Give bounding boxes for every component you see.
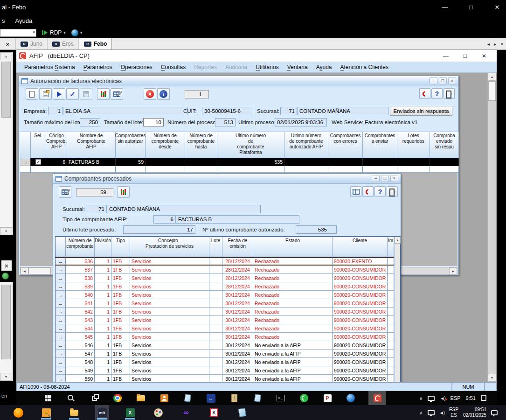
scroll-up-icon[interactable]: ▴ — [0, 52, 12, 60]
help-button[interactable] — [431, 88, 443, 99]
help-button[interactable] — [374, 186, 386, 197]
organize-button[interactable] — [97, 88, 110, 100]
support-tool-icon[interactable] — [39, 405, 53, 420]
mdi-vertical-scrollbar[interactable]: ▴ ▾ — [487, 73, 496, 382]
afip-close-button[interactable]: ✕ — [482, 53, 486, 59]
invoice-row-545[interactable]: 54511FBServicios30/12/2024Rechazado90002… — [55, 333, 400, 341]
support-phone-button[interactable] — [362, 186, 374, 197]
win2-close-button[interactable] — [390, 175, 398, 182]
afip-app-icon[interactable] — [368, 391, 386, 405]
tray-expand-icon[interactable] — [419, 410, 423, 415]
scrollbar-thumb[interactable] — [28, 267, 51, 274]
file-explorer-icon[interactable] — [135, 391, 146, 405]
rdp-protocol-label[interactable]: RDP — [50, 29, 62, 36]
info-button[interactable] — [157, 88, 170, 100]
invoice-row-543[interactable]: 54311FBServicios30/12/2024Rechazado90002… — [55, 316, 400, 324]
chrome-icon[interactable] — [112, 391, 123, 405]
afip-minimize-button[interactable]: — — [443, 53, 449, 59]
pervasive-icon[interactable] — [322, 391, 333, 405]
invoice-row-548[interactable]: 54811FBServicios30/12/2024No enviado a l… — [55, 358, 400, 366]
menu-operaciones[interactable]: Operaciones — [117, 64, 157, 70]
notes-2-icon[interactable] — [252, 391, 263, 405]
clock[interactable]: 9:51 — [466, 395, 476, 401]
scrollbar-thumb[interactable] — [1, 62, 11, 118]
clock[interactable]: 09:51 02/01/2025 — [463, 407, 486, 419]
host-maximize-button[interactable]: □ — [466, 4, 476, 11]
win1-maximize-button[interactable] — [439, 77, 447, 84]
win2-vertical-scrollbar[interactable]: ▴ — [394, 237, 400, 382]
win2-minimize-button[interactable] — [372, 175, 380, 182]
invoice-row-536[interactable]: 53611FBServicios28/12/2024Rechazado90003… — [55, 257, 400, 266]
save-button[interactable] — [80, 88, 92, 100]
menu-parametros[interactable]: Parámetros — [79, 64, 117, 70]
organize-button[interactable] — [117, 186, 130, 198]
action-center-icon[interactable] — [481, 395, 486, 401]
scroll-down-icon[interactable]: ▾ — [0, 373, 12, 381]
exit-button[interactable] — [444, 88, 455, 99]
menu-utilitarios[interactable]: Utilitarios — [251, 64, 283, 70]
paint-icon[interactable] — [151, 405, 165, 420]
tab-close-all-icon[interactable]: × — [500, 42, 503, 47]
invoice-row-550[interactable]: 55011FBServicios30/12/2024No enviado a l… — [55, 375, 400, 382]
win2-maximize-button[interactable] — [381, 175, 389, 182]
invoice-row-549[interactable]: 54911FBServicios30/12/2024No enviado a l… — [55, 366, 400, 375]
search-icon[interactable] — [65, 391, 76, 405]
menu-ventana[interactable]: Ventana — [283, 64, 312, 70]
tab-scroll-left-icon[interactable]: ◂ — [487, 42, 490, 47]
volume-icon[interactable] — [439, 410, 444, 415]
task-view-icon[interactable] — [89, 391, 100, 405]
win1-titlebar[interactable]: Autorización de facturas electrónicas — [19, 76, 458, 86]
host-titlebar[interactable]: al - Febo — □ ✕ — [0, 0, 506, 14]
host-menu-ayuda[interactable]: Ayuda — [14, 17, 33, 24]
start-icon[interactable] — [42, 391, 53, 405]
edge-icon[interactable] — [345, 391, 356, 405]
tab-juno[interactable]: Juno — [16, 38, 48, 49]
scroll-up-icon[interactable]: ▴ — [488, 73, 496, 81]
confirm-button[interactable] — [66, 88, 79, 100]
excel-icon[interactable] — [123, 405, 137, 420]
afip-restore-button[interactable]: □ — [464, 53, 467, 59]
kmplayer-icon[interactable] — [207, 405, 221, 420]
cmd-icon[interactable] — [275, 391, 286, 405]
tab-eros[interactable]: Eros — [48, 38, 79, 49]
tab-scroll-right-icon[interactable]: ▸ — [494, 42, 496, 47]
scroll-down-icon[interactable]: ▾ — [0, 227, 12, 235]
scrollbar-thumb[interactable] — [1, 285, 11, 359]
scroll-right-icon[interactable]: ▸ — [449, 267, 457, 274]
properties-button[interactable] — [39, 88, 52, 100]
selection-checkbox[interactable] — [35, 159, 41, 165]
host-side-scrollbar-2[interactable]: ▾ — [0, 282, 13, 381]
connection-dropdown[interactable] — [0, 29, 36, 37]
rdp-dropdown-arrow[interactable]: ▾ — [63, 30, 66, 35]
grid-edit-button[interactable] — [111, 88, 123, 100]
afip-titlebar[interactable]: AFIP (dbELDIA - CP) — □ ✕ — [16, 50, 497, 62]
scroll-up-icon[interactable]: ▴ — [395, 237, 401, 244]
win1-close-button[interactable] — [448, 77, 456, 84]
invoice-row-541[interactable]: 54111FBServicios30/12/2024Rechazado90002… — [55, 299, 400, 308]
whatsapp-icon[interactable] — [298, 391, 310, 405]
grid-edit-button[interactable] — [59, 186, 71, 198]
invoice-row-539[interactable]: 53911FBServicios28/12/2024Rechazado90002… — [55, 282, 400, 291]
panel-close-icon[interactable] — [0, 38, 16, 49]
win1-selected-row[interactable]: 6FACTURAS B59535 — [20, 158, 459, 166]
enviados-sin-respuesta-button[interactable]: Enviados sin respuesta — [390, 106, 452, 116]
cancel-button[interactable] — [144, 88, 156, 100]
firefox-icon[interactable] — [11, 405, 25, 420]
support-phone-button[interactable] — [419, 88, 430, 99]
scrollbar-thumb[interactable] — [488, 81, 496, 101]
menu-atencion-a-clientes[interactable]: Atención a Clientes — [336, 64, 393, 70]
invoice-row-546[interactable]: 54611FBServicios30/12/2024No enviado a l… — [55, 341, 400, 350]
globe-dropdown-arrow[interactable]: ▾ — [80, 30, 83, 35]
w1-cell-0[interactable] — [31, 158, 46, 166]
host-close-button[interactable]: ✕ — [492, 4, 502, 11]
tray-expand-icon[interactable] — [419, 395, 423, 401]
host-minimize-button[interactable]: — — [440, 4, 450, 11]
menu-ayuda[interactable]: Ayuda — [312, 64, 336, 70]
grid-view-button[interactable] — [350, 186, 361, 197]
teamviewer-icon[interactable] — [205, 391, 216, 405]
language-indicator[interactable]: ESP — [451, 395, 461, 401]
globe-icon[interactable] — [71, 29, 78, 36]
host-side-scrollbar[interactable]: ▴ ▾ — [0, 52, 13, 235]
user-app-icon[interactable] — [159, 391, 170, 405]
tab-febo[interactable]: Febo — [79, 38, 112, 49]
